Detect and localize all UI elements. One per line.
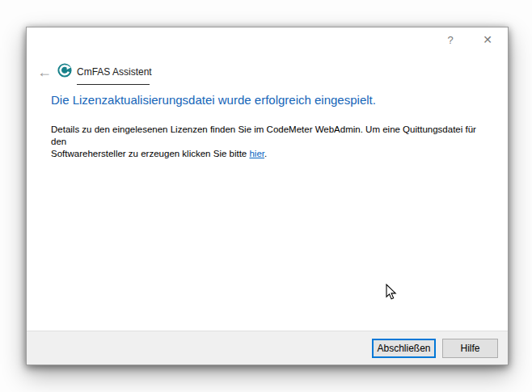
- description-line-2: Softwarehersteller zu erzeugen klicken S…: [51, 149, 249, 158]
- abschliessen-button[interactable]: Abschließen: [372, 339, 436, 358]
- desktop-background: ? ✕ ← CmFAS Assistent Die Lizenzaktualis…: [0, 0, 532, 392]
- description-text: Details zu den eingelesenen Lizenzen fin…: [51, 124, 492, 160]
- hilfe-button[interactable]: Hilfe: [442, 339, 498, 358]
- button-bar: Abschließen Hilfe: [27, 331, 508, 365]
- page-title: Die Lizenzaktualisierungsdatei wurde erf…: [51, 93, 488, 107]
- wizard-title: CmFAS Assistent: [77, 66, 152, 78]
- close-button[interactable]: ✕: [475, 29, 500, 50]
- description-suffix: .: [264, 149, 267, 158]
- back-button[interactable]: ←: [33, 61, 56, 83]
- close-icon: ✕: [483, 34, 492, 45]
- codemeter-icon: [57, 63, 72, 78]
- hier-link[interactable]: hier: [249, 149, 264, 158]
- titlebar-help-button[interactable]: ?: [437, 29, 463, 50]
- description-line-1: Details zu den eingelesenen Lizenzen fin…: [51, 124, 476, 146]
- cmfas-wizard-dialog: ? ✕ ← CmFAS Assistent Die Lizenzaktualis…: [26, 27, 509, 365]
- help-icon: ?: [447, 35, 453, 45]
- title-underline: [77, 84, 150, 85]
- back-arrow-icon: ←: [37, 64, 52, 81]
